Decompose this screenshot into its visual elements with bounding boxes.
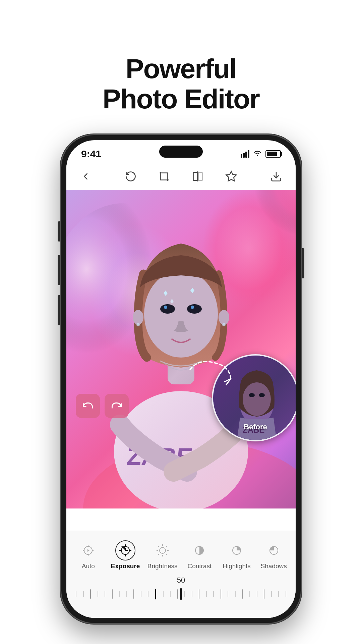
wifi-icon [253,149,262,159]
highlights-label: Highlights [223,562,250,570]
exposure-icon-wrap [115,540,135,560]
svg-point-16 [191,306,194,309]
battery-icon [265,150,281,158]
svg-point-22 [136,323,140,326]
tool-exposure[interactable]: Exposure [107,538,144,573]
redo-button[interactable] [105,394,129,418]
highlights-icon-wrap [227,540,247,560]
svg-line-49 [166,554,167,555]
svg-rect-0 [193,172,197,180]
headline-text: Powerful Photo Editor [103,54,259,114]
svg-line-48 [158,546,159,547]
photo-area: ZABE [66,190,296,508]
brightness-label: Brightness [147,562,178,570]
svg-rect-1 [198,172,202,180]
headline: Powerful Photo Editor [103,27,259,114]
signal-icon [241,150,249,158]
svg-point-13 [160,304,175,314]
brightness-icon-wrap [153,540,173,560]
shadows-label: Shadows [261,562,287,570]
editor-toolbar [66,163,296,190]
rotate-button[interactable] [122,168,139,185]
svg-point-28 [259,393,265,397]
svg-point-27 [249,393,255,397]
volume-up-button [58,255,60,285]
power-button [302,248,304,278]
phone-screen: 9:41 [66,140,296,618]
tool-shadows[interactable]: Shadows [255,538,292,573]
bottom-panel: Auto [66,531,296,618]
crop-button[interactable] [156,168,173,185]
svg-point-15 [164,306,167,309]
svg-point-21 [219,310,229,325]
tool-auto[interactable]: Auto [70,538,107,573]
tool-contrast[interactable]: Contrast [181,538,218,573]
svg-marker-35 [87,549,89,552]
svg-point-26 [243,382,271,416]
phone-mockup: 9:41 [60,134,302,624]
shadows-icon-wrap [264,540,284,560]
before-label: Before [244,423,267,431]
back-button[interactable] [77,168,95,185]
tool-center-group [122,168,240,185]
slider-track[interactable] [73,587,289,601]
slider-value: 50 [73,576,289,585]
volume-down-button [58,295,60,325]
svg-line-51 [158,554,159,555]
download-button[interactable] [267,168,285,185]
auto-icon-wrap [78,540,98,560]
comparison-arrow [175,339,235,401]
flip-button[interactable] [189,168,206,185]
undo-redo-group [76,394,129,418]
svg-marker-3 [226,171,236,181]
auto-label: Auto [82,562,95,570]
slider-indicator [180,588,182,600]
contrast-icon-wrap [189,540,209,560]
mute-button [58,221,60,241]
svg-point-20 [133,310,143,325]
dynamic-island [159,146,203,158]
svg-point-14 [187,304,202,314]
adjust-button[interactable] [223,168,240,185]
battery-fill [267,152,277,156]
tools-row: Auto [66,531,296,573]
contrast-label: Contrast [187,562,212,570]
svg-point-43 [160,547,166,553]
slider-area: 50 [66,573,296,601]
svg-line-50 [166,546,167,547]
tool-brightness[interactable]: Brightness [144,538,181,573]
svg-point-23 [222,323,226,326]
status-icons [241,149,281,159]
status-time: 9:41 [81,148,101,160]
undo-button[interactable] [76,394,100,418]
tool-highlights[interactable]: Highlights [218,538,255,573]
exposure-label: Exposure [111,562,140,570]
